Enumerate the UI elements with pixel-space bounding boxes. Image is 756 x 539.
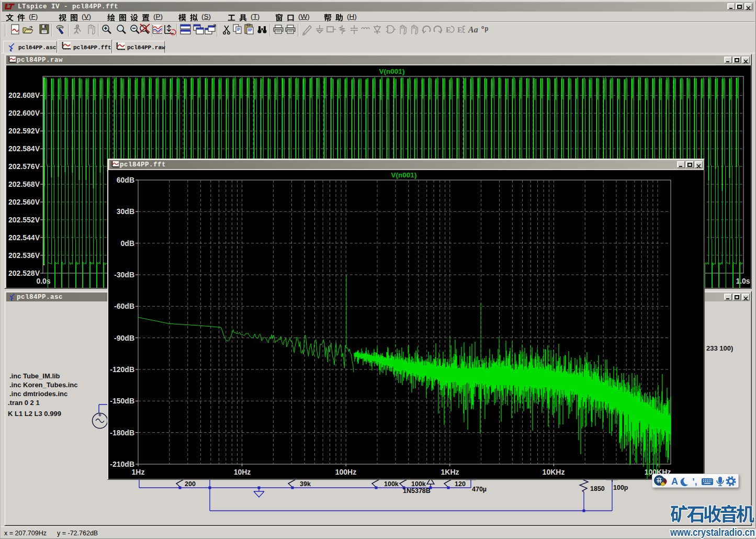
svg-text:30dB: 30dB bbox=[117, 207, 134, 216]
svg-text:202.584V: 202.584V bbox=[8, 144, 40, 153]
svg-text:202.560V: 202.560V bbox=[8, 198, 40, 206]
svg-text:ºp: ºp bbox=[481, 26, 488, 33]
svg-text:202.608V: 202.608V bbox=[8, 91, 40, 99]
svg-text:100k: 100k bbox=[411, 480, 426, 488]
svg-text:202.576V: 202.576V bbox=[8, 162, 40, 171]
svg-text:10KHz: 10KHz bbox=[543, 468, 565, 476]
svg-text:1N5378B: 1N5378B bbox=[403, 487, 431, 495]
svg-text:E: E bbox=[446, 26, 451, 34]
svg-text:10Hz: 10Hz bbox=[234, 468, 251, 476]
svg-text:1KHz: 1KHz bbox=[441, 468, 459, 476]
svg-text:202.568V: 202.568V bbox=[8, 180, 40, 188]
svg-text:100Hz: 100Hz bbox=[335, 468, 356, 476]
svg-text:.inc Tube_IM.lib: .inc Tube_IM.lib bbox=[9, 372, 60, 380]
svg-text:0.0s: 0.0s bbox=[36, 277, 50, 285]
svg-text:202.552V: 202.552V bbox=[8, 216, 40, 224]
svg-text:.inc Koren_Tubes.inc: .inc Koren_Tubes.inc bbox=[9, 381, 78, 389]
svg-text:202.544V: 202.544V bbox=[8, 233, 40, 242]
svg-text:1Hz: 1Hz bbox=[132, 468, 145, 476]
svg-text:.inc dmtriodes.inc: .inc dmtriodes.inc bbox=[9, 390, 67, 398]
svg-text:.tran 0 2 1: .tran 0 2 1 bbox=[8, 399, 40, 407]
svg-text:0dB: 0dB bbox=[121, 239, 134, 248]
svg-text:202.600V: 202.600V bbox=[8, 109, 40, 117]
svg-text:39k: 39k bbox=[300, 480, 311, 488]
svg-text:60dB: 60dB bbox=[117, 176, 134, 184]
svg-text:-180dB: -180dB bbox=[110, 429, 134, 437]
svg-text:100k: 100k bbox=[384, 480, 399, 488]
svg-text:V(n001): V(n001) bbox=[379, 68, 405, 75]
svg-text:V(n001): V(n001) bbox=[391, 171, 417, 179]
svg-text:-120dB: -120dB bbox=[110, 365, 134, 374]
svg-text:470µ: 470µ bbox=[472, 486, 487, 493]
svg-text:120: 120 bbox=[455, 480, 466, 488]
svg-text:-210dB: -210dB bbox=[110, 460, 134, 468]
svg-text:1.0s: 1.0s bbox=[736, 277, 750, 285]
svg-text:www.crystalradio.cn: www.crystalradio.cn bbox=[670, 526, 755, 538]
svg-text:-150dB: -150dB bbox=[110, 397, 134, 405]
svg-text:100p: 100p bbox=[613, 484, 628, 491]
svg-text:-60dB: -60dB bbox=[114, 302, 134, 310]
svg-text:202.536V: 202.536V bbox=[8, 251, 40, 260]
svg-text:’,: ’, bbox=[692, 477, 697, 487]
svg-text:202.528V: 202.528V bbox=[8, 269, 40, 277]
svg-text:202.592V: 202.592V bbox=[8, 127, 40, 135]
svg-text:K L1 L2 L3 0.999: K L1 L2 L3 0.999 bbox=[8, 410, 61, 418]
svg-text:1850: 1850 bbox=[590, 485, 605, 492]
svg-text:-90dB: -90dB bbox=[114, 334, 134, 342]
svg-text:E: E bbox=[457, 26, 462, 34]
svg-text:-30dB: -30dB bbox=[114, 271, 134, 279]
svg-text:A: A bbox=[671, 476, 678, 487]
svg-text:Aa: Aa bbox=[468, 25, 478, 34]
svg-text:233 100): 233 100) bbox=[706, 344, 733, 352]
svg-text:200: 200 bbox=[185, 480, 196, 488]
